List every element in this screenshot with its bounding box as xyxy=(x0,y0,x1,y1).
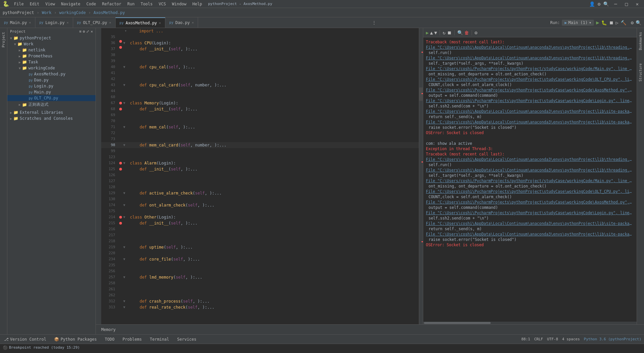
tree-item-main[interactable]: py Main.py xyxy=(7,89,96,95)
console-line-file-4[interactable]: File "C:\Users\coshi\PycharmProjects\pyt… xyxy=(426,77,634,82)
console-line-file-6[interactable]: File "C:\Users\coshi\PycharmProjects\pyt… xyxy=(426,98,634,103)
console-line-file-7[interactable]: File "C:\Users\coshi\AppData\Local\Conti… xyxy=(426,109,634,114)
console-line-file-3[interactable]: File "C:\Users/coshi/PycharmProjects/pyt… xyxy=(426,66,634,71)
tab-login-py[interactable]: py Login.py ✕ xyxy=(35,17,73,28)
console-line-file-12[interactable]: File "C:\Users\coshi\PycharmProjects\pyt… xyxy=(426,189,634,194)
menu-edit[interactable]: Edit xyxy=(27,1,42,7)
stop-button[interactable]: ⏹ xyxy=(609,20,614,25)
run-button[interactable]: ▶ xyxy=(596,19,599,26)
console-line-file-9[interactable]: File "C:\Users\coshi\AppData\Local\Conti… xyxy=(426,157,634,162)
search-everywhere-icon[interactable]: 🔍 xyxy=(603,1,609,7)
tab-main-py-close[interactable]: ✕ xyxy=(29,21,31,24)
menu-help[interactable]: Help xyxy=(190,1,205,7)
console-line-file-13[interactable]: File "C:\Users\coshi\PycharmProjects\pyt… xyxy=(426,200,634,205)
tab-dao-py[interactable]: py Dao.py ✕ xyxy=(165,17,198,28)
breakpoint-36[interactable] xyxy=(119,40,122,43)
tree-item-work[interactable]: ▼ 📁 Work xyxy=(7,41,96,47)
close-button[interactable]: ✕ xyxy=(633,1,641,7)
status-indent[interactable]: 4 spaces xyxy=(562,337,580,341)
breadcrumb-workingcode[interactable]: workingCode xyxy=(59,10,86,15)
project-label[interactable]: pythonProject xyxy=(3,10,34,15)
console-line-file-5[interactable]: File "C:\Users\coshi\PycharmProjects\pyt… xyxy=(426,87,634,93)
run-config-selector[interactable]: ▶ Main (1) ▾ xyxy=(562,20,594,26)
breakpoint-124[interactable] xyxy=(119,162,122,164)
tree-item-prometheus[interactable]: ▶ 📁 Prometheus xyxy=(7,53,96,59)
fold-43[interactable]: ▼ xyxy=(123,82,129,88)
tab-login-py-close[interactable]: ✕ xyxy=(67,21,69,24)
tab-dao-py-close[interactable]: ✕ xyxy=(192,21,194,24)
sidebar-close-icon[interactable]: ✕ xyxy=(91,29,93,34)
console-settings-icon[interactable]: ⚙ xyxy=(475,30,477,35)
status-encoding[interactable]: UTF-8 xyxy=(547,337,558,341)
menu-window[interactable]: Window xyxy=(169,1,189,7)
tab-olt-cpu-py-close[interactable]: ✕ xyxy=(109,21,111,24)
menu-view[interactable]: View xyxy=(43,1,58,7)
settings-icon[interactable]: ⚙ xyxy=(598,1,600,7)
bottom-tab-terminal[interactable]: Terminal xyxy=(146,336,173,343)
console-line-file-16[interactable]: File "C:\Users\coshi\AppData\Local\Conti… xyxy=(426,232,634,237)
bottom-tab-python-packages[interactable]: 📦 Python Packages xyxy=(50,336,101,343)
bottom-tab-todo[interactable]: TODO xyxy=(101,336,119,343)
code-editor[interactable]: ▾ import ... 35 36 ▼ xyxy=(101,28,419,324)
tree-item-login[interactable]: py Login.py xyxy=(7,83,96,89)
tree-item-external-libs[interactable]: ▶ 📁 External Libraries xyxy=(7,109,96,115)
console-scroll-down-icon[interactable]: ▼ xyxy=(434,30,437,35)
menu-refactor[interactable]: Refactor xyxy=(99,1,124,7)
breakpoint-68[interactable] xyxy=(119,108,122,110)
tab-olt-cpu-py[interactable]: py OLT_CPU.py ✕ xyxy=(73,17,116,28)
debug-button[interactable]: 🐛 xyxy=(601,20,607,25)
console-line-file-10[interactable]: File "C:\Users\coshi\AppData\Local\Conti… xyxy=(426,167,634,173)
menu-file[interactable]: File xyxy=(11,1,26,7)
menu-vcs[interactable]: VCS xyxy=(156,1,169,7)
breakpoint-37[interactable] xyxy=(119,46,122,49)
status-python-version[interactable]: Python 3.6 (pythonProject) xyxy=(584,337,641,341)
menu-run[interactable]: Run xyxy=(125,1,137,7)
console-run-icon[interactable]: ▶ xyxy=(426,30,429,35)
maximize-button[interactable]: □ xyxy=(622,1,630,7)
bookmarks-tab[interactable]: Bookmarks xyxy=(638,29,643,53)
breakpoint-214[interactable] xyxy=(119,216,122,219)
console-line-file-8[interactable]: File "C:\Users\coshi\AppData\Local\Conti… xyxy=(426,119,634,125)
tab-overflow-button[interactable]: ⋮ xyxy=(369,20,379,25)
tree-item-task[interactable]: ▶ 📁 Task xyxy=(7,59,96,65)
tree-item-workingcode[interactable]: ▼ 📁 workingCode xyxy=(7,65,96,71)
status-line-ending[interactable]: CRLF xyxy=(534,337,543,341)
status-position[interactable]: 88:1 xyxy=(521,337,530,341)
breakpoint-125[interactable] xyxy=(119,168,122,170)
project-panel-tab[interactable]: Project xyxy=(0,29,7,50)
console-line-file-15[interactable]: File "C:\Users\coshi\AppData\Local\Conti… xyxy=(426,221,634,226)
tree-item-scratches[interactable]: ▶ 📁 Scratches and Consoles xyxy=(7,115,96,121)
breadcrumb-work[interactable]: Work xyxy=(42,10,51,15)
bottom-tab-version-control[interactable]: ⎇ Version Control xyxy=(0,336,50,343)
console-rerun-icon[interactable]: ↻ xyxy=(443,30,445,35)
tree-root-project[interactable]: ▼ 📁 pythonProject xyxy=(7,35,96,41)
console-clear-icon[interactable]: 🗑 xyxy=(464,30,469,35)
tree-item-dao[interactable]: py Dao.py xyxy=(7,77,96,83)
sidebar-cog-icon[interactable]: ⚙ xyxy=(83,29,85,34)
console-stop-icon[interactable]: ⏹ xyxy=(447,30,452,35)
console-line-file-14[interactable]: File "C:\Users\coshi\PycharmProjects\pyt… xyxy=(426,210,634,216)
minimize-button[interactable]: ─ xyxy=(612,1,620,7)
breadcrumb-file[interactable]: AxosMethod.py xyxy=(94,10,125,15)
tree-item-regex[interactable]: ▶ 📁 正则表达式 xyxy=(7,101,96,108)
tree-item-olt-cpu[interactable]: py OLT_CPU.py xyxy=(7,95,96,101)
tree-item-netlink[interactable]: ▶ 📁 netlink xyxy=(7,47,96,53)
bottom-tab-problems[interactable]: Problems xyxy=(119,336,146,343)
tab-axos-method-py-close[interactable]: ✕ xyxy=(159,21,161,25)
console-filter-icon[interactable]: 🔍 xyxy=(457,30,463,35)
console-scroll-up-icon[interactable]: ▲ xyxy=(430,30,433,35)
bottom-tab-services[interactable]: Services xyxy=(173,336,200,343)
console-line-file-2[interactable]: File "C:\Users\coshi\AppData\Local\Conti… xyxy=(426,55,634,61)
build-button[interactable]: 🔨 xyxy=(621,20,626,25)
menu-code[interactable]: Code xyxy=(84,1,99,7)
breakpoint-215[interactable] xyxy=(119,222,122,225)
console-scroll-bar[interactable] xyxy=(423,322,637,324)
tab-main-py[interactable]: py Main.py ✕ xyxy=(0,17,35,28)
search-icon[interactable]: 🔍 xyxy=(636,20,641,25)
console-scroll-thumb[interactable] xyxy=(424,322,491,324)
run-config-dropdown[interactable]: ▾ xyxy=(589,20,591,25)
tab-axos-method-py[interactable]: py AxosMethod.py ✕ xyxy=(116,17,165,28)
structure-tab[interactable]: Structure xyxy=(638,61,643,84)
settings-toolbar-icon[interactable]: ⚙ xyxy=(631,20,634,25)
sidebar-sync-icon[interactable]: ≡ xyxy=(79,29,82,34)
